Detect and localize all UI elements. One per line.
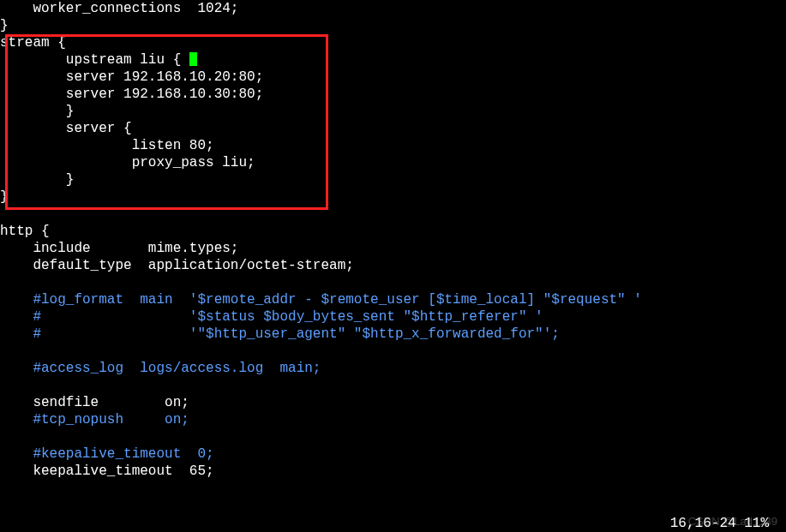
- code-line[interactable]: server 192.168.10.20:80;: [0, 69, 786, 86]
- code-line[interactable]: # '"$http_user_agent" "$http_x_forwarded…: [0, 326, 786, 343]
- scroll-percent: 11%: [744, 516, 769, 531]
- code-line[interactable]: }: [0, 171, 786, 188]
- code-line[interactable]: server 192.168.10.30:80;: [0, 86, 786, 103]
- code-line[interactable]: #keepalive_timeout 0;: [0, 445, 786, 463]
- code-line[interactable]: }: [0, 103, 786, 120]
- code-line[interactable]: #log_format main '$remote_addr - $remote…: [0, 291, 786, 308]
- code-line[interactable]: }: [0, 17, 786, 34]
- code-line[interactable]: keepalive_timeout 65;: [0, 463, 786, 480]
- code-line[interactable]: [0, 377, 786, 394]
- code-line[interactable]: default_type application/octet-stream;: [0, 257, 786, 274]
- code-line[interactable]: }: [0, 188, 786, 206]
- code-line[interactable]: [0, 343, 786, 360]
- code-line[interactable]: include mime.types;: [0, 240, 786, 257]
- code-line[interactable]: worker_connections 1024;: [0, 0, 786, 17]
- code-line[interactable]: [0, 274, 786, 291]
- code-line[interactable]: upstream liu {: [0, 51, 786, 69]
- code-editor[interactable]: worker_connections 1024;}stream { upstre…: [0, 0, 786, 497]
- code-line[interactable]: listen 80;: [0, 137, 786, 154]
- text-cursor: [189, 52, 197, 66]
- code-line[interactable]: [0, 428, 786, 445]
- code-line[interactable]: server {: [0, 120, 786, 137]
- cursor-position: 16,16-24: [670, 516, 736, 531]
- code-line[interactable]: # '$status $body_bytes_sent "$http_refer…: [0, 308, 786, 326]
- code-line[interactable]: #access_log logs/access.log main;: [0, 360, 786, 377]
- code-line[interactable]: stream {: [0, 34, 786, 51]
- code-line[interactable]: proxy_pass liu;: [0, 154, 786, 171]
- code-line[interactable]: [0, 480, 786, 497]
- vim-status-bar: 16,16-24 11%: [670, 515, 769, 532]
- code-line[interactable]: #tcp_nopush on;: [0, 411, 786, 428]
- code-line[interactable]: http {: [0, 223, 786, 240]
- code-line[interactable]: [0, 206, 786, 223]
- code-line[interactable]: sendfile on;: [0, 394, 786, 411]
